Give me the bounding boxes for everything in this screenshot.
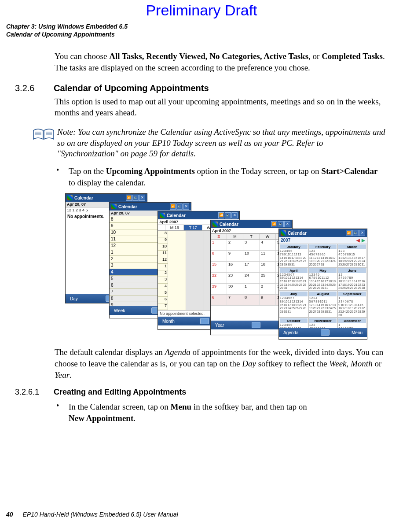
- mini-month-days: 1 2 3 4 56 7 8 9 10 11 1213 14 15 16 17 …: [309, 273, 337, 290]
- hour-label: 10: [158, 244, 168, 251]
- date-cell: 8: [243, 295, 260, 305]
- mini-month: June1 23 4 5 6 7 8 910 11 12 13 14 15 16…: [337, 267, 367, 291]
- mini-month-name: July: [280, 292, 308, 296]
- text: .: [133, 414, 136, 423]
- text-bold: Upcoming Appointments: [106, 166, 195, 176]
- hour-label: 9: [158, 237, 168, 244]
- mini-month: October1 2 3 4 5 67 8 9 10 11 12 1314 15…: [279, 318, 308, 328]
- sys-icons: 📶🔉✕: [218, 212, 238, 218]
- text-bold: Completed Tasks: [322, 52, 383, 61]
- softkey-left[interactable]: Month: [162, 319, 175, 324]
- mini-month: July1 2 3 4 5 6 78 9 10 11 12 13 1415 16…: [279, 291, 308, 318]
- text-italic: Agenda: [165, 347, 191, 357]
- hour-label: 12: [158, 257, 168, 264]
- mini-month-days: 1 2 3 4 5 67 8 9 10 11 12 1314 15 16 17 …: [280, 249, 308, 266]
- signal-icon: 📶: [126, 195, 132, 201]
- section-body: This option is used to map out all your …: [55, 96, 385, 118]
- mini-month-name: August: [309, 292, 337, 296]
- subsection-title: Creating and Editing Appointments: [54, 388, 186, 397]
- next-year-icon[interactable]: ▶: [362, 238, 365, 243]
- day-col: M 16: [165, 225, 184, 230]
- bullet-marker: •: [56, 166, 69, 188]
- text: Tap on the: [69, 166, 106, 176]
- close-icon: ✕: [183, 203, 189, 210]
- hour-label: 6: [158, 297, 168, 303]
- signal-icon: 📶: [271, 221, 277, 227]
- date-cell: 7: [227, 295, 243, 305]
- mini-month: May1 2 3 4 56 7 8 9 10 11 1213 14 15 16 …: [308, 267, 338, 291]
- text: or: [373, 359, 382, 368]
- softkey-left[interactable]: Year: [215, 323, 224, 328]
- date-cell: 11: [260, 251, 276, 261]
- window-titlebar: Calendar 📶🔉✕: [158, 211, 239, 219]
- sys-icons: 📶🔉✕: [346, 230, 365, 236]
- page-number: 40: [6, 511, 13, 518]
- keyboard-icon[interactable]: [200, 318, 209, 324]
- close-icon: ✕: [284, 221, 290, 227]
- year-nav: 2007 ◀▶: [279, 237, 367, 244]
- softkey-left[interactable]: Day: [70, 296, 78, 301]
- softkey-left[interactable]: Week: [114, 308, 125, 313]
- prev-year-icon[interactable]: ◀: [356, 238, 360, 243]
- mini-month-days: 1 2 34 5 6 7 8 9 1011 12 13 14 15 16 171…: [309, 323, 337, 328]
- year-label: 2007: [281, 238, 290, 243]
- mini-month-days: 1 23 4 5 6 7 8 910 11 12 13 14 15 1617 1…: [338, 273, 366, 290]
- window-title: Calendar: [220, 222, 238, 227]
- book-icon: [33, 128, 55, 141]
- softkey-right[interactable]: Menu: [352, 330, 363, 335]
- screenshot-year: Calendar 📶🔉✕ 2007 ◀▶ January1 2 3 4 5 67…: [278, 229, 367, 340]
- date-label: Apr 20, 07: [67, 202, 86, 207]
- start-icon: [160, 213, 165, 218]
- window-title: Calendar: [167, 213, 186, 218]
- date-cell: 2: [227, 240, 243, 250]
- date-cell: 9: [260, 295, 276, 305]
- section-heading: 3.2.6 Calendar of Upcoming Appointments: [15, 83, 385, 93]
- text-bold: All Tasks, Recently Viewed, No Categorie…: [109, 52, 308, 61]
- mini-month-days: 12 3 4 5 6 7 89 10 11 12 13 14 1516 17 1…: [338, 323, 366, 328]
- speaker-icon: 🔉: [132, 195, 139, 201]
- window-titlebar: Calendar 📶🔉✕: [66, 194, 147, 202]
- mini-month: December12 3 4 5 6 7 89 10 11 12 13 14 1…: [337, 318, 367, 328]
- mini-month-days: 1 2 3 4 5 67 8 9 10 11 12 1314 15 16 17 …: [280, 323, 308, 328]
- mini-month: August1 2 3 45 6 7 8 9 10 1112 13 14 15 …: [308, 291, 338, 318]
- date-cell: 8: [211, 251, 227, 261]
- date-cell: 24: [243, 273, 260, 283]
- date-cell: 18: [260, 262, 276, 272]
- speaker-icon: 🔉: [225, 212, 231, 218]
- hour-label: 7: [158, 303, 168, 310]
- mini-month: February1 2 34 5 6 7 8 9 1011 12 13 14 1…: [308, 244, 338, 267]
- keyboard-icon[interactable]: [321, 329, 330, 336]
- softkey-left[interactable]: Agenda: [283, 330, 298, 335]
- mini-month: March1 2 34 5 6 7 8 9 1011 12 13 14 15 1…: [337, 244, 367, 267]
- hour-label: 4: [158, 284, 168, 290]
- bullet-item: • In the Calendar screen, tap on Menu in…: [55, 401, 385, 424]
- window-titlebar: Calendar 📶🔉✕: [211, 220, 292, 228]
- text-bold: New Appointment: [69, 414, 133, 423]
- mini-month-name: April: [280, 268, 308, 273]
- close-icon: ✕: [231, 212, 238, 218]
- text: You can choose: [55, 52, 109, 61]
- hour-label: 3: [158, 277, 168, 284]
- note-text: Note: You can synchronize the Calendar u…: [57, 127, 385, 159]
- note-block: Note: You can synchronize the Calendar u…: [33, 127, 385, 159]
- text: The default calendar displays an: [55, 347, 165, 357]
- chapter-line-1: Chapter 3: Using Windows Embedded 6.5: [6, 22, 385, 30]
- date-cell: 4: [260, 240, 276, 250]
- text-bold: Menu: [171, 402, 192, 411]
- after-shots-paragraph: The default calendar displays an Agenda …: [55, 347, 385, 381]
- window-titlebar: Calendar 📶🔉✕: [110, 203, 191, 211]
- dow-cell: T: [243, 234, 260, 239]
- running-header: Chapter 3: Using Windows Embedded 6.5 Ca…: [6, 22, 385, 38]
- mini-month-name: February: [309, 244, 337, 249]
- date-cell: 1: [211, 240, 227, 250]
- mini-month: September12 3 4 5 6 7 89 10 11 12 13 14 …: [337, 291, 367, 318]
- text: .: [70, 370, 72, 380]
- keyboard-icon[interactable]: [252, 322, 260, 328]
- dow-cell: S: [211, 234, 227, 239]
- hour-label: 11: [158, 251, 168, 257]
- date-cell: 15: [211, 262, 227, 272]
- text-bold: Start>Calendar: [321, 166, 377, 176]
- page-footer: 40EP10 Hand-Held (Windows Embedded 6.5) …: [6, 511, 178, 518]
- date-cell: 1: [243, 284, 260, 294]
- date-cell: 9: [227, 251, 243, 261]
